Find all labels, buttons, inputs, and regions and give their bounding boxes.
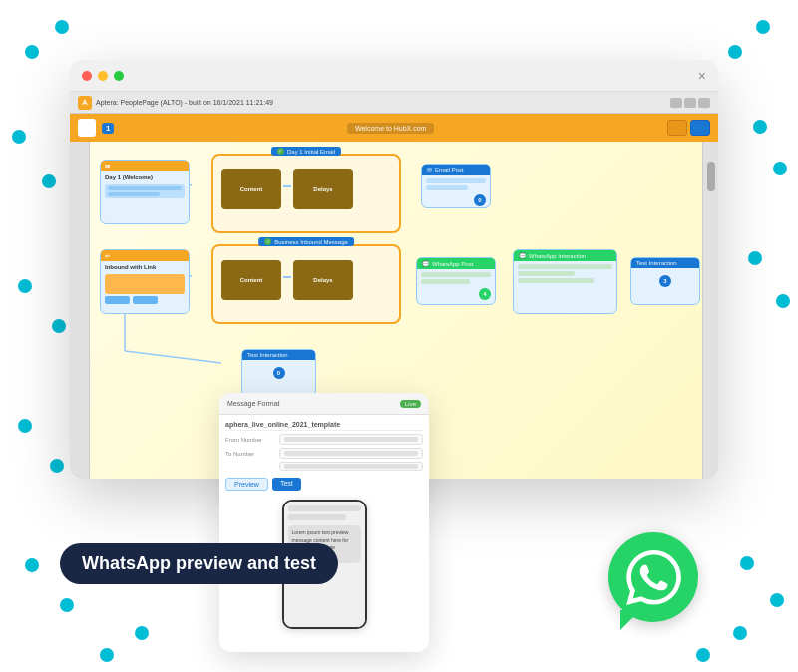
dot-13 [753,120,767,134]
email-delays-node: Delays [293,169,353,209]
browser-titlebar: × [70,60,718,92]
wa-int-detail2 [518,271,575,276]
dot-19 [100,648,114,662]
preview-to-value [279,448,423,459]
whatsapp-svg-icon [626,550,681,605]
test-interaction-1-header: Test Interaction [242,350,315,360]
dot-2 [55,20,69,34]
email-post-detail2 [426,185,468,190]
right-sidebar [702,142,718,479]
dot-8 [50,459,64,473]
dot-9 [25,558,39,572]
whatsapp-post-label: WhatsApp Post [432,261,473,267]
dot-21 [696,648,710,662]
dot-22 [733,626,747,640]
preview-from-label: From Number [225,437,275,443]
header-control-orange[interactable] [667,120,687,136]
inbound-body: Inbound with Link [101,261,189,307]
nav-title-text: Welcome to HubX.com [347,123,434,134]
app-toolbar-title: Aptera: PeoplePage (ALTO) - built on 16/… [96,99,273,106]
whatsapp-circle [608,532,698,622]
from-field-line1 [284,437,418,442]
inbound-btn2 [133,296,158,304]
whatsapp-post-header: 💬 WhatsApp Post [417,258,495,269]
toolbar-maximize[interactable] [684,98,696,108]
email-group-node: ✓ Day 1 Initial Email Content Delays [211,154,401,233]
email-post-label: Email Post [435,168,464,173]
browser-dots [82,71,124,81]
preview-value3 [279,462,423,471]
trigger-node-row1: ✉ Day 1 (Welcome) [100,160,190,224]
header-control-blue[interactable] [690,120,710,136]
dot-12 [756,20,770,34]
preview-status-badge: Live [400,400,421,408]
orange-header: 1 Welcome to HubX.com [70,114,718,142]
email-group-title: ✓ Day 1 Initial Email [271,147,341,156]
toolbar-close[interactable] [698,98,710,108]
inbound-icon: ↩ [105,253,110,259]
dot-10 [60,598,74,612]
business-group-node: ✓ Business Inbound Message Content Delay… [211,244,401,324]
orange-header-nav: Welcome to HubX.com [120,123,661,134]
whatsapp-logo [608,532,698,622]
preview-content: aphera_live_online_2021_template From Nu… [219,415,429,635]
test-interaction-2-label: Test Interaction [636,260,677,266]
dot-16 [776,294,790,308]
preview-from-value [279,434,423,445]
preview-panel: Message Format Live aphera_live_online_2… [219,393,429,652]
phone-line2 [288,514,346,520]
test-interaction-node-row3: Test Interaction 0 [241,349,316,397]
browser-close-button[interactable]: × [698,68,706,84]
app-logo: A [78,96,92,110]
trigger-icon: ✉ [105,164,110,169]
business-content-node: Content [221,260,281,300]
preview-from-row: From Number [225,434,423,445]
preview-action-buttons: Preview Test [225,478,423,491]
email-post-badge: 0 [474,194,486,206]
browser-dot-red[interactable] [82,71,92,81]
dot-3 [12,130,26,144]
test-interaction-2-body: 3 [631,268,699,290]
inbound-header: ↩ [101,250,189,261]
browser-dot-yellow[interactable] [98,71,108,81]
inbound-btn1 [105,296,130,304]
preview-to-row: To Number [225,448,423,459]
phone-line1 [288,505,361,511]
email-post-body: 0 [422,175,490,209]
dot-17 [740,556,754,570]
inbound-detail [105,274,185,294]
dot-5 [18,279,32,293]
email-content-label: Content [240,186,263,192]
dot-18 [770,593,784,607]
test-interaction-1-badge: 0 [273,367,285,379]
wp-post-badge: 4 [479,288,491,300]
dot-1 [25,45,39,59]
test-interaction-1-label: Test Interaction [247,352,288,358]
whatsapp-post-node: 💬 WhatsApp Post 4 [416,257,496,305]
test-interaction-2-count-area: 3 [635,275,695,287]
preview-toolbar-title: Message Format [227,400,280,407]
wp-post-count-area: 4 [421,288,491,300]
test-button[interactable]: Test [272,478,301,491]
business-content-label: Content [240,277,263,283]
preview-button[interactable]: Preview [225,478,268,491]
test-interaction-node-row2: Test Interaction 3 [630,257,700,305]
business-delays-label: Delays [313,277,332,283]
whatsapp-post-body: 4 [417,269,495,303]
orange-header-icon [78,119,96,137]
whatsapp-interaction-body [514,261,616,286]
trigger-node-header: ✉ [101,161,189,171]
trigger-node-body: Day 1 (Welcome) [101,171,189,201]
browser-dot-green[interactable] [114,71,124,81]
label-box: WhatsApp preview and test [60,543,338,584]
test-interaction-1-body: 0 [242,360,315,382]
dot-6 [52,319,66,333]
email-post-detail1 [426,178,486,183]
whatsapp-interaction-label: WhatsApp Interaction [529,253,586,259]
test-interaction-2-header: Test Interaction [631,258,699,268]
dot-15 [748,251,762,265]
toolbar-minimize[interactable] [670,98,682,108]
label-text: WhatsApp preview and test [82,553,316,573]
email-post-count-area: 0 [426,194,486,206]
whatsapp-interaction-node: 💬 WhatsApp Interaction [513,249,617,314]
